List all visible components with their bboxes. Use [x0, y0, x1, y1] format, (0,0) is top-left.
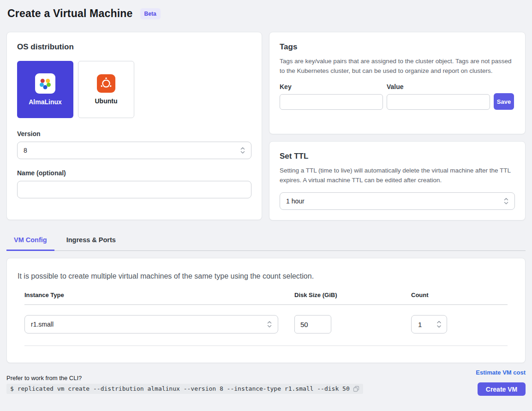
ttl-select[interactable]: 1 hour [280, 192, 515, 210]
vm-config-card: It is possible to create multiple virtua… [6, 258, 526, 363]
name-field: Name (optional) [17, 169, 251, 198]
almalinux-logo-icon [35, 73, 55, 94]
vm-table-row: r1.small 1 [24, 305, 508, 346]
tags-form: Key Value Save [280, 83, 515, 110]
chevron-up-down-icon [266, 320, 273, 329]
vm-table-header: Instance Type Disk Size (GiB) Count [24, 292, 508, 305]
vm-name-label: Name (optional) [17, 169, 251, 177]
tag-key-field: Key [280, 83, 383, 110]
disk-size-cell [294, 315, 411, 334]
count-cell: 1 [411, 315, 508, 334]
distribution-tile-label: AlmaLinux [29, 98, 62, 106]
footer: Prefer to work from the CLI? $ replicate… [6, 369, 526, 396]
top-cards-row: OS distribution AlmaLinux [6, 32, 526, 220]
cli-command: $ replicated vm create --distribution al… [10, 385, 350, 392]
tag-key-input[interactable] [280, 94, 383, 110]
tag-value-field: Value [387, 83, 490, 110]
ttl-select-value: 1 hour [286, 197, 305, 205]
count-stepper[interactable]: 1 [411, 315, 447, 334]
column-header-count: Count [411, 292, 508, 298]
beta-badge: Beta [140, 8, 161, 19]
cli-block: Prefer to work from the CLI? $ replicate… [6, 375, 363, 396]
tag-value-input[interactable] [387, 94, 490, 110]
vm-table: Instance Type Disk Size (GiB) Count r1.s… [17, 292, 515, 346]
distribution-tiles: AlmaLinux Ubuntu [17, 61, 251, 118]
page-title: Create a Virtual Machine [7, 7, 133, 20]
tag-key-label: Key [280, 83, 383, 90]
os-distribution-title: OS distribution [17, 42, 251, 52]
tab-vm-config[interactable]: VM Config [6, 232, 54, 251]
ubuntu-logo-icon [97, 74, 115, 93]
distribution-tile-almalinux[interactable]: AlmaLinux [17, 61, 73, 118]
version-label: Version [17, 130, 251, 137]
chevron-up-down-icon [436, 319, 442, 329]
column-header-disk-size: Disk Size (GiB) [294, 292, 411, 298]
vm-config-intro: It is possible to create multiple virtua… [18, 272, 515, 280]
footer-actions: Estimate VM cost Create VM [476, 369, 526, 396]
version-select-value: 8 [24, 147, 27, 154]
tags-card: Tags Tags are key/value pairs that are a… [269, 32, 526, 134]
page-header: Create a Virtual Machine Beta [7, 7, 526, 20]
chevron-up-down-icon [503, 197, 509, 206]
copy-icon[interactable] [353, 386, 359, 392]
set-ttl-description: Setting a TTL (time to live) will automa… [280, 166, 515, 185]
disk-size-input[interactable] [294, 315, 331, 334]
distribution-tile-ubuntu[interactable]: Ubuntu [78, 61, 134, 118]
right-column: Tags Tags are key/value pairs that are a… [269, 32, 526, 220]
save-tag-button[interactable]: Save [494, 93, 514, 110]
cli-prompt: Prefer to work from the CLI? [6, 375, 363, 381]
set-ttl-title: Set TTL [280, 152, 515, 161]
distribution-tile-label: Ubuntu [95, 97, 118, 105]
column-header-instance-type: Instance Type [24, 292, 278, 298]
tags-description: Tags are key/value pairs that are assign… [280, 57, 515, 76]
version-field: Version 8 [17, 130, 251, 159]
config-tabs: VM Config Ingress & Ports [6, 232, 526, 251]
set-ttl-card: Set TTL Setting a TTL (time to live) wil… [269, 141, 526, 220]
instance-type-select[interactable]: r1.small [24, 315, 278, 334]
tags-title: Tags [280, 42, 515, 52]
instance-type-cell: r1.small [24, 315, 278, 334]
vm-name-input[interactable] [17, 181, 251, 198]
instance-type-value: r1.small [31, 321, 54, 328]
version-select[interactable]: 8 [17, 142, 251, 159]
estimate-vm-cost-link[interactable]: Estimate VM cost [476, 369, 526, 376]
create-vm-button[interactable]: Create VM [478, 382, 526, 396]
os-distribution-card: OS distribution AlmaLinux [6, 32, 262, 220]
chevron-up-down-icon [239, 146, 246, 155]
tag-value-label: Value [387, 83, 490, 90]
cli-command-bar: $ replicated vm create --distribution al… [6, 384, 363, 394]
count-value: 1 [418, 321, 422, 328]
tab-ingress-ports[interactable]: Ingress & Ports [59, 232, 123, 251]
